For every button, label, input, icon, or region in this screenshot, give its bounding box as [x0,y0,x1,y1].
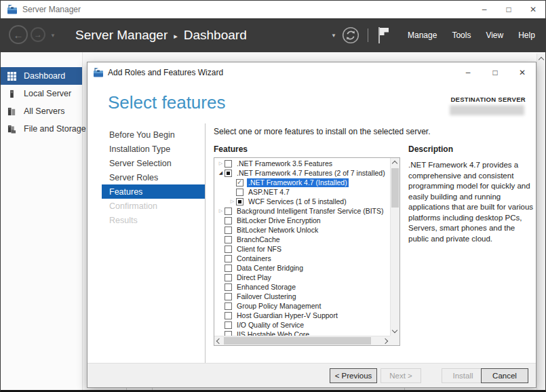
wizard-step-before-you-begin[interactable]: Before You Begin [102,128,205,142]
breadcrumb-caret-icon[interactable]: ▼ [331,33,336,39]
server-manager-window: Server Manager – □ ✕ ← → ▼ Server Manage… [0,0,546,392]
scroll-up-icon[interactable] [539,57,544,62]
feature-row[interactable]: ◢.NET Framework 4.7 Features (2 of 7 ins… [214,168,390,178]
feature-checkbox-unchecked[interactable] [225,255,232,262]
menu-view[interactable]: View [486,31,503,40]
feature-checkbox-unchecked[interactable] [225,246,232,253]
feature-row[interactable]: BitLocker Drive Encryption [214,216,390,225]
feature-label: Background Intelligent Transfer Service … [235,207,385,216]
feature-checkbox-unchecked[interactable] [225,274,232,281]
feature-checkbox-unchecked[interactable] [236,189,243,196]
sidebar-item-label: Dashboard [24,71,65,81]
feature-label: Group Policy Management [235,302,322,311]
feature-row[interactable]: ▷.NET Framework 3.5 Features [214,159,390,168]
feature-checkbox-partial[interactable] [225,170,232,177]
feature-checkbox-unchecked[interactable] [225,312,232,319]
breadcrumb-root[interactable]: Server Manager [75,28,168,43]
feature-checkbox-unchecked[interactable] [225,283,232,291]
dashboard-icon [7,72,18,81]
close-button[interactable]: ✕ [521,1,545,18]
scroll-right-icon[interactable] [383,338,388,344]
wizard-step-features[interactable]: Features [102,184,205,199]
destination-server-name-redacted [450,105,524,115]
window-titlebar: Server Manager – □ ✕ [1,1,545,18]
feature-label: BitLocker Drive Encryption [235,216,322,225]
wizard-title: Add Roles and Features Wizard [108,68,223,77]
sidebar-item-label: Local Server [24,89,71,98]
feature-checkbox-unchecked[interactable] [225,227,232,234]
feature-row[interactable]: BranchCache [214,235,390,244]
feature-label: .NET Framework 4.7 Features (2 of 7 inst… [235,169,387,178]
feature-row[interactable]: ASP.NET 4.7 [214,187,390,197]
menu-tools[interactable]: Tools [452,31,471,40]
scrollbar-thumb[interactable] [224,337,371,345]
feature-label: Enhanced Storage [235,283,297,292]
wizard-step-label: Installation Type [109,144,170,154]
feature-checkbox-unchecked[interactable] [225,331,232,336]
refresh-icon[interactable] [342,26,359,47]
next-button: Next > [381,368,421,383]
scroll-up-icon[interactable] [392,161,397,166]
wizard-minimize-button[interactable]: – [454,62,482,82]
scroll-down-icon[interactable] [392,328,397,333]
sidebar-item-dashboard[interactable]: Dashboard [1,67,82,85]
feature-row[interactable]: Containers [214,254,390,263]
breadcrumb-current: Dashboard [184,28,247,43]
feature-label: BitLocker Network Unlock [235,226,319,235]
features-rows: ▷.NET Framework 3.5 Features◢.NET Framew… [214,159,390,336]
sidebar-item-all-servers[interactable]: All Servers [1,102,82,120]
wizard-step-server-selection[interactable]: Server Selection [102,156,205,170]
main-scrollbar[interactable] [537,54,545,390]
feature-checkbox-unchecked[interactable] [225,236,232,243]
wizard-maximize-button[interactable]: □ [482,62,509,82]
feature-row[interactable]: Failover Clustering [214,292,390,301]
wizard-step-installation-type[interactable]: Installation Type [102,142,205,156]
feature-checkbox-unchecked[interactable] [225,302,232,310]
prev-button[interactable]: < Previous [330,368,377,383]
menu-manage[interactable]: Manage [408,31,437,40]
feature-row[interactable]: Client for NFS [214,244,390,254]
feature-row[interactable]: Host Guardian Hyper-V Support [214,311,390,320]
wizard-step-label: Features [109,187,142,197]
feature-row[interactable]: Enhanced Storage [214,282,390,292]
wizard-close-button[interactable]: ✕ [509,62,536,82]
wizard-titlebar: Add Roles and Features Wizard – □ ✕ [87,62,536,82]
feature-row[interactable]: ▷Background Intelligent Transfer Service… [214,206,390,216]
description-title: Description [408,144,453,154]
feature-checkbox-partial[interactable] [236,198,243,205]
wizard-step-label: Before You Begin [109,130,175,140]
scrollbar-thumb[interactable] [391,168,399,208]
minimize-button[interactable]: – [472,1,496,18]
feature-row[interactable]: I/O Quality of Service [214,320,390,330]
tree-collapsed-icon[interactable]: ▷ [217,206,225,216]
menu-help[interactable]: Help [518,31,535,40]
feature-checkbox-unchecked[interactable] [225,321,232,329]
features-horizontal-scrollbar[interactable] [214,336,390,345]
feature-checkbox-checked[interactable] [236,179,243,187]
feature-checkbox-unchecked[interactable] [225,217,232,224]
feature-row[interactable]: BitLocker Network Unlock [214,225,390,235]
feature-row[interactable]: Group Policy Management [214,301,390,311]
tree-collapsed-icon[interactable]: ▷ [217,159,225,168]
feature-checkbox-unchecked[interactable] [225,160,232,168]
wizard-step-server-roles[interactable]: Server Roles [102,170,205,184]
features-vertical-scrollbar[interactable] [390,158,399,336]
sidebar-item-local-server[interactable]: Local Server [1,85,82,102]
tree-expanded-icon[interactable]: ◢ [217,168,225,178]
feature-row[interactable]: ▷WCF Services (1 of 5 installed) [214,197,390,206]
scroll-left-icon[interactable] [216,338,222,344]
feature-label: Host Guardian Hyper-V Support [235,311,339,320]
tree-collapsed-icon[interactable]: ▷ [229,197,236,206]
cancel-button[interactable]: Cancel [481,368,528,383]
feature-row[interactable]: .NET Framework 4.7 (Installed) [214,178,390,187]
feature-row[interactable]: IIS Hostable Web Core [214,330,390,336]
notifications-flag-icon[interactable] [378,26,390,47]
feature-checkbox-unchecked[interactable] [225,208,232,215]
sidebar-item-file-and-storage-services[interactable]: File and Storage Services [1,120,82,138]
maximize-button[interactable]: □ [496,1,521,18]
feature-row[interactable]: Direct Play [214,273,390,282]
feature-checkbox-unchecked[interactable] [225,264,232,272]
description-text: .NET Framework 4.7 provides a comprehens… [408,160,534,244]
feature-checkbox-unchecked[interactable] [225,293,232,300]
feature-row[interactable]: Data Center Bridging [214,263,390,273]
